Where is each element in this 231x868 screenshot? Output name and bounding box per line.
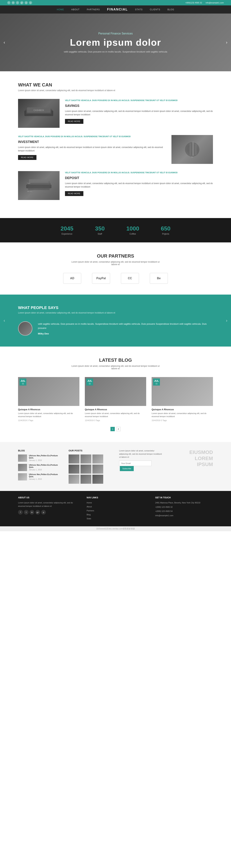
footer-nav-about[interactable]: About	[87, 505, 92, 508]
what-we-can-section: WHAT WE CAN Lorem ipsum dolor sit amet, …	[0, 71, 231, 218]
footer-post-3	[92, 455, 103, 464]
hero-prev-arrow[interactable]: ‹	[4, 40, 5, 45]
svg-rect-14	[29, 179, 49, 183]
deposit-image: Jan 411 5980	[18, 171, 60, 200]
footer-social-icons: f t in g+ p	[18, 510, 76, 515]
footer-nav-partners[interactable]: Partners	[87, 509, 94, 512]
nav-blog[interactable]: BLOG	[167, 8, 174, 11]
newsletter-email-input[interactable]	[119, 461, 152, 466]
service-savings: CASHBOX VELIT SAGITTIS VEHICULA. DUIS PO…	[18, 99, 213, 128]
blog-post-2-title: Quisque A Rhoncus	[85, 408, 146, 411]
hero-subtitle: Personal Finance Services	[64, 32, 167, 35]
footer-blog-item-1-date: January 1, 2016	[29, 459, 61, 461]
testimonial-avatar	[18, 321, 32, 336]
nav-home[interactable]: HOME	[57, 8, 64, 11]
youtube-icon[interactable]: y	[29, 1, 32, 4]
investment-desc: Lorem ipsum dolor sit amet, adipiscing e…	[18, 146, 166, 153]
svg-rect-8	[192, 141, 194, 156]
nav-partners[interactable]: PARTNERS	[87, 8, 100, 11]
footer-post-9	[92, 475, 103, 484]
footer-blog-item-3-date: January 1, 2016	[29, 478, 61, 480]
blog-post-3-meta: 15/4/2019 3 Tags	[152, 419, 213, 422]
savings-velit: VELIT SAGITTIS VEHICULA. DUIS POSUERE EX…	[65, 99, 213, 102]
footer-blog-item-3: Ultrices Nec,Pellen En,Pretium Quis. Jan…	[18, 473, 61, 480]
investment-read-more[interactable]: READ MORE	[18, 155, 36, 160]
hero-next-arrow[interactable]: ›	[226, 40, 227, 45]
blog-post-1-meta: 12/4/2019 3 Tags	[18, 419, 79, 422]
stat-experience-label: Experience	[61, 232, 73, 235]
stat-coffee-number: 1000	[126, 225, 139, 232]
stat-experience: 2045 Experience	[61, 225, 73, 235]
blog-post-2-desc: Lorem ipsum dolor sit amet, consectetur …	[85, 412, 146, 418]
blog-post-2-image: JUL 11	[85, 377, 146, 406]
footer-contact-email: info@example1.com	[155, 514, 213, 517]
pinterest-icon[interactable]: p	[25, 1, 28, 4]
footer-nav-blog[interactable]: Blog	[87, 514, 91, 516]
footer-nav-home[interactable]: Home	[87, 502, 92, 504]
blog-post-2-meta: 12/4/2019 3 Tags	[85, 419, 146, 422]
svg-text:5980: 5980	[27, 183, 30, 184]
footer-blog-col: Blog Ultrices Nec,Pellen En,Pretium Quis…	[18, 449, 61, 484]
svg-text:Jan 411: Jan 411	[27, 191, 32, 192]
footer-contact-title: GET IN TOUCH	[155, 496, 213, 499]
testimonial-next-arrow[interactable]: ›	[226, 318, 227, 323]
savings-image: CASHBOX	[18, 99, 60, 128]
investment-image: 5L	[171, 135, 213, 164]
stat-staff: 350 Staff	[95, 225, 105, 235]
hero-section: ‹ Personal Finance Services Lorem ipsum …	[0, 13, 231, 71]
partners-logos: AD PayPal CC Be	[18, 273, 213, 284]
page-btn-2[interactable]: 2	[116, 427, 121, 431]
footer-blog-item-2-date: January 1, 2016	[29, 469, 61, 471]
twitter-icon[interactable]: t	[16, 1, 19, 4]
savings-read-more[interactable]: READ MORE	[65, 119, 84, 124]
footer-blog-item-3-title: Ultrices Nec,Pellen En,Pretium Quis.	[29, 473, 61, 477]
service-investment: 5L VELIT SAGITTIS VEHICULA. DUIS POSUERE…	[18, 135, 213, 164]
stat-experience-number: 2045	[61, 225, 73, 232]
savings-title: SAVINGS	[65, 104, 213, 108]
nav-stats[interactable]: STATS	[135, 8, 142, 11]
facebook-icon[interactable]: f	[7, 1, 10, 4]
footer-linkedin-icon[interactable]: in	[30, 510, 34, 515]
what-we-can-subtitle: Lorem ipsum dolor sit amet, consectetur …	[18, 89, 213, 92]
deposit-read-more[interactable]: READ MORE	[65, 191, 84, 196]
blog-post-1-date: JUL 11	[20, 378, 26, 385]
footer-post-6	[92, 465, 103, 474]
top-bar: f in t g+ p y +000(123) 4565 32 info@exa…	[0, 0, 231, 5]
footer-pinterest-icon[interactable]: p	[41, 510, 46, 515]
partner-cc: CC	[121, 273, 139, 284]
blog-pagination: 1 2	[18, 427, 213, 431]
footer-blog-item-2: Ultrices Nec,Pellen En,Pretium Quis. Jan…	[18, 464, 61, 471]
blog-post-1-image: JUL 11	[18, 377, 79, 406]
nav-about[interactable]: ABOUT	[71, 8, 79, 11]
blog-post-2: JUL 11 Quisque A Rhoncus Lorem ipsum dol…	[85, 377, 146, 422]
nav-clients[interactable]: CLIENTS	[150, 8, 160, 11]
what-we-can-title: WHAT WE CAN	[18, 82, 213, 88]
blog-title: LATEST BLOG	[18, 358, 213, 363]
blog-post-3: JUL 11 Quisque A Rhoncus Lorem ipsum dol…	[152, 377, 213, 422]
googleplus-icon[interactable]: g+	[20, 1, 24, 4]
investment-title: INVESTMENT	[18, 140, 166, 144]
partners-subtitle: Lorem ipsum dolor sit amet, consectetur …	[70, 260, 161, 266]
deposit-desc: Lorem ipsum dolor sit amet, consectetur …	[65, 182, 213, 189]
page-btn-1[interactable]: 1	[110, 427, 115, 431]
stat-staff-number: 350	[95, 225, 105, 232]
footer-about-desc: Lorem ipsum dolor sit amet, consectetur …	[18, 501, 76, 508]
footer-newsletter-form: Subscribe	[119, 459, 162, 471]
savings-content: VELIT SAGITTIS VEHICULA. DUIS POSUERE EX…	[65, 99, 213, 124]
stat-staff-label: Staff	[95, 232, 105, 235]
newsletter-subscribe-button[interactable]: Subscribe	[120, 466, 134, 471]
testimonial-prev-arrow[interactable]: ‹	[4, 318, 5, 323]
email-address: info@example1.com	[206, 2, 224, 4]
hero-title: Lorem ipsum dolor	[64, 37, 167, 48]
footer-facebook-icon[interactable]: f	[18, 510, 23, 515]
testimonials-section: ‹ WHAT PEOPLE SAYS Lorem ipsum dolor sit…	[0, 294, 231, 346]
stat-coffee-label: Coffee	[126, 232, 139, 235]
footer-googleplus-icon[interactable]: g+	[35, 510, 40, 515]
blog-subtitle: Lorem ipsum dolor sit amet, consectetur …	[70, 365, 161, 370]
footer-twitter-icon[interactable]: t	[24, 510, 29, 515]
linkedin-icon[interactable]: in	[11, 1, 15, 4]
footer-post-4	[69, 465, 79, 474]
footer-blog-item-1: Ultrices Nec,Pellen En,Pretium Quis. Jan…	[18, 455, 61, 462]
footer-nav-stats[interactable]: Stats	[87, 518, 91, 520]
footer-post-8	[80, 475, 91, 484]
